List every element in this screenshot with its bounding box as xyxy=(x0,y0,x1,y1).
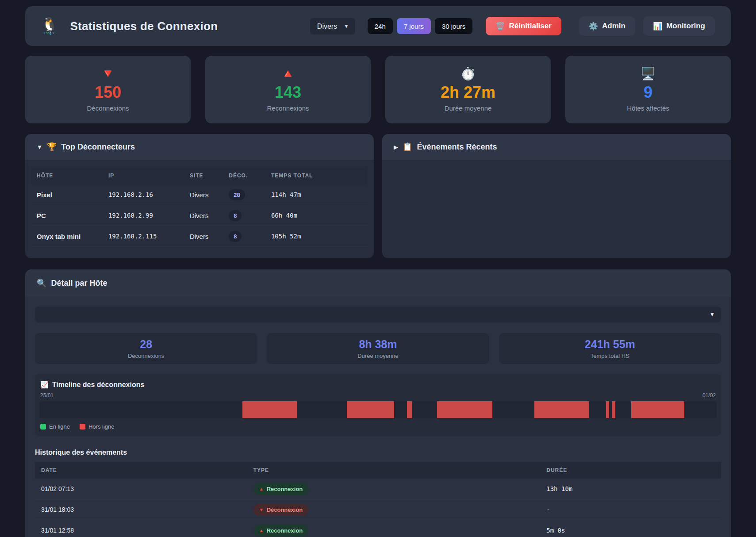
event-duration: - xyxy=(546,506,715,513)
host-detail-header: 🔍 Détail par Hôte xyxy=(25,269,731,297)
triangle-icon: ▲ xyxy=(259,487,264,491)
event-type-badge: ▲ Reconnexion xyxy=(253,525,309,537)
expand-caret-icon: ▶ xyxy=(394,144,398,150)
app-logo: 🐧 Ping ? xyxy=(41,18,58,35)
stat-label: Déconnexions xyxy=(87,104,129,112)
host-site: Divers xyxy=(190,233,229,240)
timeline-end-date: 01/02 xyxy=(702,392,716,399)
event-type-label: Reconnexion xyxy=(267,486,303,492)
host-site: Divers xyxy=(190,191,229,199)
column-header: TEMPS TOTAL xyxy=(271,173,362,179)
stat-card: 🔺 143 Reconnexions xyxy=(205,56,371,123)
column-header: IP xyxy=(108,173,190,179)
table-row: Onyx tab mini 192.168.2.115 Divers 8 105… xyxy=(31,226,368,247)
top-disconnectors-table: HÔTEIPSITEDÉCO.TEMPS TOTAL Pixel 192.168… xyxy=(31,167,368,247)
event-duration: 5m 0s xyxy=(546,527,715,534)
mini-stat-card: 8h 38m Durée moyenne xyxy=(267,333,489,364)
stat-card: 🖥️ 9 Hôtes affectés xyxy=(565,56,731,123)
reset-button[interactable]: 🗑️ Réinitialiser xyxy=(486,17,561,35)
offline-segment xyxy=(242,401,296,418)
stat-icon: 🔺 xyxy=(280,67,296,81)
host-total-time: 66h 40m xyxy=(271,212,362,219)
history-row: 31/01 12:58 ▲ Reconnexion 5m 0s xyxy=(35,520,721,537)
penguin-logo-icon: 🐧 xyxy=(41,18,58,31)
magnifier-icon: 🔍 xyxy=(37,278,46,288)
collapse-caret-icon: ▼ xyxy=(37,144,42,150)
event-type-label: Déconnexion xyxy=(267,506,303,513)
site-select[interactable]: Divers xyxy=(310,18,355,35)
mini-stat-card: 241h 55m Temps total HS xyxy=(499,333,721,364)
host-select[interactable] xyxy=(35,307,721,322)
clipboard-icon: 📋 xyxy=(403,142,412,152)
event-duration: 13h 10m xyxy=(546,485,715,492)
column-header: TYPE xyxy=(253,467,547,473)
offline-segment xyxy=(534,401,589,418)
recent-events-header[interactable]: ▶ 📋 Événements Récents xyxy=(382,134,731,160)
range-button-24h[interactable]: 24h xyxy=(368,18,393,34)
nav-button-admin[interactable]: ⚙️Admin xyxy=(579,16,635,36)
nav-button-monitoring[interactable]: 📊Monitoring xyxy=(643,16,715,36)
recent-events-panel: ▶ 📋 Événements Récents xyxy=(382,134,731,258)
timeline-start-date: 25/01 xyxy=(40,392,54,399)
host-ip: 192.168.2.115 xyxy=(108,233,190,240)
top-disconnectors-header[interactable]: ▼ 🏆 Top Déconnecteurs xyxy=(25,134,374,160)
timeline-title: Timeline des déconnexions xyxy=(52,381,145,389)
event-date: 31/01 18:03 xyxy=(41,506,253,513)
offline-segment xyxy=(612,401,615,418)
chart-increasing-icon: 📈 xyxy=(40,381,49,389)
bar-chart-icon: 📊 xyxy=(653,22,662,31)
legend-swatch xyxy=(40,424,46,430)
event-type-badge: ▲ Reconnexion xyxy=(253,483,309,495)
stat-icon: 🖥️ xyxy=(641,67,656,81)
column-header: HÔTE xyxy=(37,173,108,179)
host-name: Onyx tab mini xyxy=(37,233,108,240)
host-ip: 192.168.2.99 xyxy=(108,212,190,219)
stat-label: Durée moyenne xyxy=(445,104,492,112)
stat-card: 🔻 150 Déconnexions xyxy=(25,56,191,123)
reset-button-label: Réinitialiser xyxy=(509,22,551,31)
column-header: DATE xyxy=(41,467,253,473)
legend-item: Hors ligne xyxy=(80,423,115,430)
table-row: Pixel 192.168.2.16 Divers 28 114h 47m xyxy=(31,184,368,205)
offline-segment xyxy=(606,401,609,418)
offline-segment xyxy=(631,401,684,418)
timeline-card: 📈 Timeline des déconnexions 25/01 01/02 … xyxy=(35,374,721,436)
history-row: 31/01 18:03 ▼ Déconnexion - xyxy=(35,499,721,520)
page-title: Statistiques de Connexion xyxy=(70,19,218,33)
host-site: Divers xyxy=(190,212,229,219)
mini-stat-card: 28 Déconnexions xyxy=(35,333,257,364)
recent-events-title: Événements Récents xyxy=(417,142,497,152)
top-disconnectors-panel: ▼ 🏆 Top Déconnecteurs HÔTEIPSITEDÉCO.TEM… xyxy=(25,134,374,258)
disconnect-count-badge: 28 xyxy=(229,189,245,200)
mini-stat-value: 241h 55m xyxy=(585,338,635,351)
offline-segment xyxy=(347,401,394,418)
range-button-30-jours[interactable]: 30 jours xyxy=(435,18,472,34)
stat-value: 143 xyxy=(275,83,301,102)
legend-swatch xyxy=(80,424,85,430)
legend-item: En ligne xyxy=(40,423,70,430)
nav-button-group: ⚙️Admin📊Monitoring xyxy=(579,16,715,36)
event-date: 31/01 12:58 xyxy=(41,527,253,534)
history-table: DATETYPEDURÉE 01/02 07:13 ▲ Reconnexion … xyxy=(35,462,721,537)
table-header-row: HÔTEIPSITEDÉCO.TEMPS TOTAL xyxy=(31,167,368,184)
triangle-icon: ▲ xyxy=(259,528,264,533)
gear-icon: ⚙️ xyxy=(589,22,598,31)
host-ip: 192.168.2.16 xyxy=(108,191,190,198)
column-header: DURÉE xyxy=(546,467,715,473)
range-button-group: 24h7 jours30 jours xyxy=(368,18,472,34)
event-type-badge: ▼ Déconnexion xyxy=(253,504,309,516)
site-select-wrap: Divers ▼ xyxy=(310,18,355,35)
host-detail-title: Détail par Hôte xyxy=(51,279,107,288)
history-title: Historique des événements xyxy=(35,449,721,456)
logo-caption: Ping ? xyxy=(44,31,54,35)
table-body: Pixel 192.168.2.16 Divers 28 114h 47m PC… xyxy=(31,184,368,247)
trash-icon: 🗑️ xyxy=(495,22,505,31)
stats-row: 🔻 150 Déconnexions 🔺 143 Reconnexions ⏱️… xyxy=(25,56,731,123)
range-button-7-jours[interactable]: 7 jours xyxy=(397,18,431,34)
stat-value: 150 xyxy=(95,83,121,102)
mini-stat-label: Temps total HS xyxy=(591,353,629,359)
event-type-label: Reconnexion xyxy=(267,527,303,534)
host-select-wrap: ▼ xyxy=(35,307,721,322)
disconnect-count-badge: 8 xyxy=(229,210,242,221)
offline-segment xyxy=(407,401,412,418)
